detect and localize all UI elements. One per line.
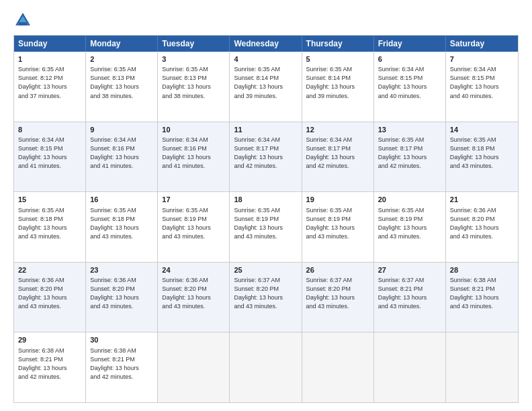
day-number: 2 — [90, 54, 153, 64]
logo-icon — [13, 11, 32, 30]
empty-cell — [230, 332, 302, 402]
svg-rect-2 — [19, 22, 27, 26]
day-number: 1 — [18, 54, 81, 64]
day-info: Sunrise: 6:38 AM Sunset: 8:21 PM Dayligh… — [90, 347, 153, 381]
day-cell-13: 13Sunrise: 6:35 AM Sunset: 8:17 PM Dayli… — [374, 122, 446, 192]
day-cell-8: 8Sunrise: 6:34 AM Sunset: 8:15 PM Daylig… — [14, 122, 86, 192]
day-cell-2: 2Sunrise: 6:35 AM Sunset: 8:13 PM Daylig… — [86, 52, 158, 122]
day-cell-27: 27Sunrise: 6:37 AM Sunset: 8:21 PM Dayli… — [374, 263, 446, 332]
day-number: 26 — [306, 265, 369, 275]
day-cell-18: 18Sunrise: 6:35 AM Sunset: 8:19 PM Dayli… — [230, 192, 302, 262]
day-number: 25 — [234, 265, 297, 275]
day-cell-23: 23Sunrise: 6:36 AM Sunset: 8:20 PM Dayli… — [86, 263, 158, 332]
day-cell-12: 12Sunrise: 6:34 AM Sunset: 8:17 PM Dayli… — [302, 122, 374, 192]
day-info: Sunrise: 6:38 AM Sunset: 8:21 PM Dayligh… — [450, 276, 514, 311]
day-number: 9 — [90, 125, 153, 135]
day-cell-19: 19Sunrise: 6:35 AM Sunset: 8:19 PM Dayli… — [302, 192, 374, 262]
weekday-header-thursday: Thursday — [302, 36, 374, 52]
day-number: 13 — [378, 125, 441, 135]
day-info: Sunrise: 6:35 AM Sunset: 8:18 PM Dayligh… — [18, 206, 81, 241]
day-number: 19 — [306, 195, 369, 205]
day-number: 7 — [450, 54, 514, 64]
day-cell-16: 16Sunrise: 6:35 AM Sunset: 8:18 PM Dayli… — [86, 192, 158, 262]
calendar-row-2: 8Sunrise: 6:34 AM Sunset: 8:15 PM Daylig… — [14, 122, 518, 193]
empty-cell — [158, 332, 230, 402]
day-cell-6: 6Sunrise: 6:34 AM Sunset: 8:15 PM Daylig… — [374, 52, 446, 122]
day-number: 5 — [306, 54, 369, 64]
day-number: 14 — [450, 125, 514, 135]
day-cell-26: 26Sunrise: 6:37 AM Sunset: 8:20 PM Dayli… — [302, 263, 374, 332]
day-info: Sunrise: 6:34 AM Sunset: 8:16 PM Dayligh… — [90, 136, 153, 171]
day-cell-24: 24Sunrise: 6:36 AM Sunset: 8:20 PM Dayli… — [158, 263, 230, 332]
day-number: 8 — [18, 125, 81, 135]
day-info: Sunrise: 6:34 AM Sunset: 8:15 PM Dayligh… — [18, 136, 81, 171]
calendar-row-3: 15Sunrise: 6:35 AM Sunset: 8:18 PM Dayli… — [14, 192, 518, 263]
weekday-header-saturday: Saturday — [446, 36, 518, 52]
day-info: Sunrise: 6:35 AM Sunset: 8:12 PM Dayligh… — [18, 65, 81, 100]
day-info: Sunrise: 6:38 AM Sunset: 8:21 PM Dayligh… — [18, 347, 81, 381]
day-cell-9: 9Sunrise: 6:34 AM Sunset: 8:16 PM Daylig… — [86, 122, 158, 192]
empty-cell — [374, 332, 446, 402]
day-info: Sunrise: 6:34 AM Sunset: 8:16 PM Dayligh… — [162, 136, 225, 171]
day-cell-10: 10Sunrise: 6:34 AM Sunset: 8:16 PM Dayli… — [158, 122, 230, 192]
day-number: 10 — [162, 125, 225, 135]
page: SundayMondayTuesdayWednesdayThursdayFrid… — [0, 0, 532, 411]
day-number: 28 — [450, 265, 514, 275]
day-info: Sunrise: 6:35 AM Sunset: 8:19 PM Dayligh… — [162, 206, 225, 241]
calendar-body: 1Sunrise: 6:35 AM Sunset: 8:12 PM Daylig… — [14, 52, 518, 402]
day-number: 24 — [162, 265, 225, 275]
day-cell-3: 3Sunrise: 6:35 AM Sunset: 8:13 PM Daylig… — [158, 52, 230, 122]
day-cell-25: 25Sunrise: 6:37 AM Sunset: 8:20 PM Dayli… — [230, 263, 302, 332]
day-info: Sunrise: 6:35 AM Sunset: 8:13 PM Dayligh… — [162, 65, 225, 100]
day-cell-22: 22Sunrise: 6:36 AM Sunset: 8:20 PM Dayli… — [14, 263, 86, 332]
day-info: Sunrise: 6:36 AM Sunset: 8:20 PM Dayligh… — [162, 276, 225, 311]
day-info: Sunrise: 6:36 AM Sunset: 8:20 PM Dayligh… — [450, 206, 514, 241]
day-cell-28: 28Sunrise: 6:38 AM Sunset: 8:21 PM Dayli… — [446, 263, 518, 332]
day-info: Sunrise: 6:36 AM Sunset: 8:20 PM Dayligh… — [18, 276, 81, 311]
day-number: 23 — [90, 265, 153, 275]
weekday-header-monday: Monday — [86, 36, 158, 52]
weekday-header-wednesday: Wednesday — [230, 36, 302, 52]
day-cell-15: 15Sunrise: 6:35 AM Sunset: 8:18 PM Dayli… — [14, 192, 86, 262]
logo — [13, 11, 35, 30]
day-cell-17: 17Sunrise: 6:35 AM Sunset: 8:19 PM Dayli… — [158, 192, 230, 262]
empty-cell — [446, 332, 518, 402]
day-cell-21: 21Sunrise: 6:36 AM Sunset: 8:20 PM Dayli… — [446, 192, 518, 262]
day-number: 27 — [378, 265, 441, 275]
day-cell-29: 29Sunrise: 6:38 AM Sunset: 8:21 PM Dayli… — [14, 332, 86, 402]
day-info: Sunrise: 6:35 AM Sunset: 8:13 PM Dayligh… — [90, 65, 153, 100]
day-info: Sunrise: 6:37 AM Sunset: 8:21 PM Dayligh… — [378, 276, 441, 311]
weekday-header-friday: Friday — [374, 36, 446, 52]
day-number: 17 — [162, 195, 225, 205]
day-cell-14: 14Sunrise: 6:35 AM Sunset: 8:18 PM Dayli… — [446, 122, 518, 192]
calendar: SundayMondayTuesdayWednesdayThursdayFrid… — [13, 35, 519, 403]
empty-cell — [302, 332, 374, 402]
day-info: Sunrise: 6:35 AM Sunset: 8:19 PM Dayligh… — [306, 206, 369, 241]
day-number: 20 — [378, 195, 441, 205]
day-info: Sunrise: 6:35 AM Sunset: 8:19 PM Dayligh… — [378, 206, 441, 241]
day-cell-20: 20Sunrise: 6:35 AM Sunset: 8:19 PM Dayli… — [374, 192, 446, 262]
day-cell-5: 5Sunrise: 6:35 AM Sunset: 8:14 PM Daylig… — [302, 52, 374, 122]
header — [13, 11, 519, 30]
day-info: Sunrise: 6:35 AM Sunset: 8:14 PM Dayligh… — [306, 65, 369, 100]
calendar-row-1: 1Sunrise: 6:35 AM Sunset: 8:12 PM Daylig… — [14, 52, 518, 122]
day-number: 12 — [306, 125, 369, 135]
day-number: 18 — [234, 195, 297, 205]
day-info: Sunrise: 6:34 AM Sunset: 8:15 PM Dayligh… — [450, 65, 514, 100]
day-number: 6 — [378, 54, 441, 64]
day-info: Sunrise: 6:35 AM Sunset: 8:19 PM Dayligh… — [234, 206, 297, 241]
day-info: Sunrise: 6:35 AM Sunset: 8:18 PM Dayligh… — [90, 206, 153, 241]
day-number: 21 — [450, 195, 514, 205]
day-info: Sunrise: 6:36 AM Sunset: 8:20 PM Dayligh… — [90, 276, 153, 311]
day-info: Sunrise: 6:37 AM Sunset: 8:20 PM Dayligh… — [234, 276, 297, 311]
day-info: Sunrise: 6:34 AM Sunset: 8:17 PM Dayligh… — [306, 136, 369, 171]
day-number: 4 — [234, 54, 297, 64]
day-cell-7: 7Sunrise: 6:34 AM Sunset: 8:15 PM Daylig… — [446, 52, 518, 122]
weekday-header-sunday: Sunday — [14, 36, 86, 52]
calendar-row-4: 22Sunrise: 6:36 AM Sunset: 8:20 PM Dayli… — [14, 263, 518, 333]
day-info: Sunrise: 6:37 AM Sunset: 8:20 PM Dayligh… — [306, 276, 369, 311]
day-number: 11 — [234, 125, 297, 135]
day-cell-1: 1Sunrise: 6:35 AM Sunset: 8:12 PM Daylig… — [14, 52, 86, 122]
day-number: 22 — [18, 265, 81, 275]
day-cell-11: 11Sunrise: 6:34 AM Sunset: 8:17 PM Dayli… — [230, 122, 302, 192]
